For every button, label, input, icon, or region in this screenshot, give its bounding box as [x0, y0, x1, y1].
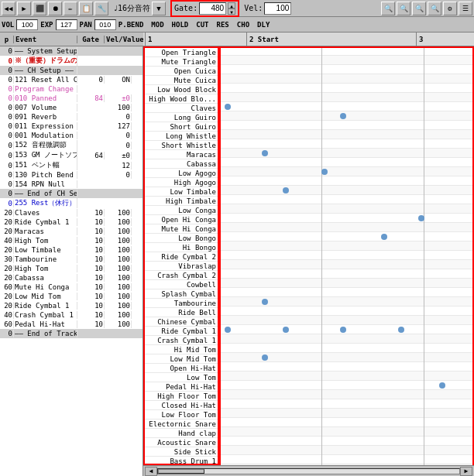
scroll-left-btn[interactable]: ◀	[145, 467, 157, 476]
event-row[interactable]: 40Crash Cymbal 110100	[0, 310, 143, 320]
event-row[interactable]: 20Low Timbale10100	[0, 245, 143, 255]
event-name: 091 Reverb	[14, 113, 77, 121]
zoom-btn-2[interactable]: 🔍	[397, 2, 410, 15]
menu-btn[interactable]: ☰	[459, 2, 472, 15]
scroll-thumb[interactable]	[158, 469, 204, 474]
event-row[interactable]: 0151 ベント幅12	[0, 160, 143, 170]
event-row[interactable]: 0—— System Setup ——	[0, 46, 143, 56]
beat-3: 3	[416, 33, 423, 46]
event-name: High Tom	[14, 237, 77, 245]
zoom-btn-4[interactable]: 🔍	[428, 2, 441, 15]
event-row[interactable]: 0010 Panned84±0	[0, 94, 143, 103]
zoom-btn-3[interactable]: 🔍	[412, 2, 426, 15]
toolbar-btn-5[interactable]: ✏	[64, 2, 77, 15]
grid-row	[219, 306, 474, 316]
grid-row	[219, 158, 474, 167]
event-ch: 0	[0, 171, 14, 179]
grid-area[interactable]	[219, 46, 474, 465]
event-row[interactable]: 0※（重要）ドラムの追加	[0, 56, 143, 66]
event-row[interactable]: 0152 音程微調節0	[0, 140, 143, 150]
event-row[interactable]: 0007 Volume100	[0, 103, 143, 112]
instrument-name: Crash Cymbal 2	[145, 271, 218, 280]
instrument-name: High Timbale	[145, 197, 218, 206]
grid-row	[219, 269, 474, 279]
toolbar-btn-4[interactable]: ⏺	[48, 2, 62, 15]
event-ch: 20	[0, 209, 14, 217]
event-row[interactable]: 20Cabassa10100	[0, 273, 143, 283]
instrument-name: Cowbell	[145, 280, 218, 289]
event-row[interactable]: 0—— CH Setup ——	[0, 66, 143, 75]
event-vel: 100	[105, 228, 132, 235]
event-row[interactable]: 20Ride Cymbal 110100	[0, 301, 143, 310]
scroll-track[interactable]	[157, 468, 460, 474]
gate-input[interactable]	[199, 2, 226, 15]
grid-row	[219, 464, 474, 465]
toolbar-btn-7[interactable]: 🔧	[94, 2, 108, 15]
toolbar-btn-3[interactable]: ⬛	[33, 2, 46, 15]
gate-section: Gate: ▲ ▼	[170, 0, 239, 17]
gate-down-btn[interactable]: ▼	[228, 9, 235, 15]
note-dot	[398, 327, 404, 333]
grid-row	[219, 186, 474, 195]
vol-input[interactable]	[16, 19, 38, 30]
event-name: 007 Volume	[14, 104, 77, 111]
event-row[interactable]: 60Mute Hi Conga10100	[0, 283, 143, 292]
grid-row	[219, 362, 474, 372]
event-name: Ride Cymbal 1	[14, 302, 77, 310]
horizontal-scrollbar[interactable]: ◀ ▶	[143, 465, 474, 476]
quantize-btn[interactable]: ▼	[152, 2, 166, 15]
instrument-name: Splash Cymbal	[145, 289, 218, 299]
event-row[interactable]: 20Claves10100	[0, 208, 143, 217]
event-name: 151 ベント幅	[14, 160, 77, 170]
grid-row	[219, 46, 474, 56]
exp-input[interactable]	[56, 19, 77, 30]
note-dot	[321, 169, 328, 175]
toolbar-btn-2[interactable]: ▶	[17, 2, 31, 15]
grid-row	[219, 84, 474, 93]
event-row[interactable]: 0255 Rest（休行）	[0, 198, 143, 208]
grid-row	[219, 56, 474, 65]
event-row[interactable]: 40High Tom10100	[0, 236, 143, 245]
event-ch: 20	[0, 302, 14, 310]
scroll-right-btn[interactable]: ▶	[460, 467, 472, 476]
instrument-name: Maracas	[145, 150, 218, 159]
event-row[interactable]: 0153 GM ノートソフ64±0	[0, 150, 143, 160]
event-row[interactable]: 20Maracas10100	[0, 227, 143, 236]
event-row[interactable]: 0011 Expression127	[0, 122, 143, 131]
note-dot	[340, 327, 346, 333]
toolbar-btn-6[interactable]: 📋	[79, 2, 93, 15]
zoom-btn-1[interactable]: 🔍	[381, 2, 395, 15]
event-row[interactable]: 20Ride Cymbal 110100	[0, 217, 143, 227]
event-row[interactable]: 0091 Reverb0	[0, 112, 143, 122]
instrument-name: Long Whistle	[145, 132, 218, 141]
event-row[interactable]: 20Low Mid Tom10100	[0, 292, 143, 301]
note-dot	[283, 187, 289, 193]
event-row[interactable]: 0—— End of CH Setup ——	[0, 189, 143, 198]
event-ch: 0	[0, 94, 14, 102]
event-name: —— End of Track ——	[14, 330, 77, 337]
event-row[interactable]: 0121 Reset All Control0ON	[0, 75, 143, 84]
res-label: RES	[217, 21, 229, 29]
settings-btn[interactable]: ⚙	[443, 2, 457, 15]
event-row[interactable]: 0130 Pitch Bend0	[0, 170, 143, 180]
event-ch: 0	[0, 122, 14, 130]
gate-up-btn[interactable]: ▲	[228, 2, 235, 9]
beat-line	[424, 46, 424, 465]
event-row[interactable]: 0154 RPN Null	[0, 180, 143, 189]
toolbar-btn-1[interactable]: ◀◀	[2, 2, 15, 15]
event-row[interactable]: 20High Tom10100	[0, 264, 143, 273]
grid-row	[219, 65, 474, 74]
event-row[interactable]: 0001 Modulation0	[0, 131, 143, 140]
event-header: Event	[14, 36, 77, 43]
event-row[interactable]: 60Pedal Hi-Hat10100	[0, 320, 143, 329]
vel-input[interactable]	[264, 2, 291, 15]
event-ch: 20	[0, 274, 14, 282]
event-row[interactable]: 0Program Change	[0, 84, 143, 94]
event-row[interactable]: 0—— End of Track ——	[0, 329, 143, 338]
event-gate: 10	[77, 246, 105, 254]
pan-input[interactable]	[94, 19, 116, 30]
grid-row	[219, 149, 474, 158]
event-ch: 20	[0, 265, 14, 272]
event-row[interactable]: 30Tambourine10100	[0, 255, 143, 264]
instrument-name: Pedal Hi-Hat	[145, 382, 218, 392]
